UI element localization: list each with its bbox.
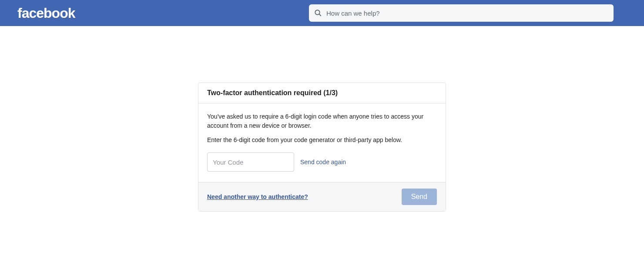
facebook-logo[interactable]: facebook xyxy=(17,5,75,21)
code-input[interactable] xyxy=(207,152,294,172)
send-button[interactable]: Send xyxy=(402,189,437,205)
svg-point-0 xyxy=(315,10,320,15)
card-header: Two-factor authentication required (1/3) xyxy=(198,83,446,103)
search-icon xyxy=(314,9,322,17)
another-way-link[interactable]: Need another way to authenticate? xyxy=(207,193,308,200)
body-text-1: You've asked us to require a 6-digit log… xyxy=(207,112,437,130)
card-body: You've asked us to require a 6-digit log… xyxy=(198,103,446,182)
two-factor-card: Two-factor authentication required (1/3)… xyxy=(198,83,446,212)
search-input[interactable] xyxy=(326,10,608,17)
card-title: Two-factor authentication required (1/3) xyxy=(207,89,437,97)
card-footer: Need another way to authenticate? Send xyxy=(198,182,446,211)
code-row: Send code again xyxy=(207,152,437,172)
main-content: Two-factor authentication required (1/3)… xyxy=(0,26,644,212)
search-container xyxy=(309,4,614,22)
header-bar: facebook xyxy=(0,0,644,26)
resend-code-link[interactable]: Send code again xyxy=(300,159,346,166)
search-box[interactable] xyxy=(309,4,614,22)
body-text-2: Enter the 6-digit code from your code ge… xyxy=(207,136,437,145)
svg-line-1 xyxy=(319,14,321,16)
